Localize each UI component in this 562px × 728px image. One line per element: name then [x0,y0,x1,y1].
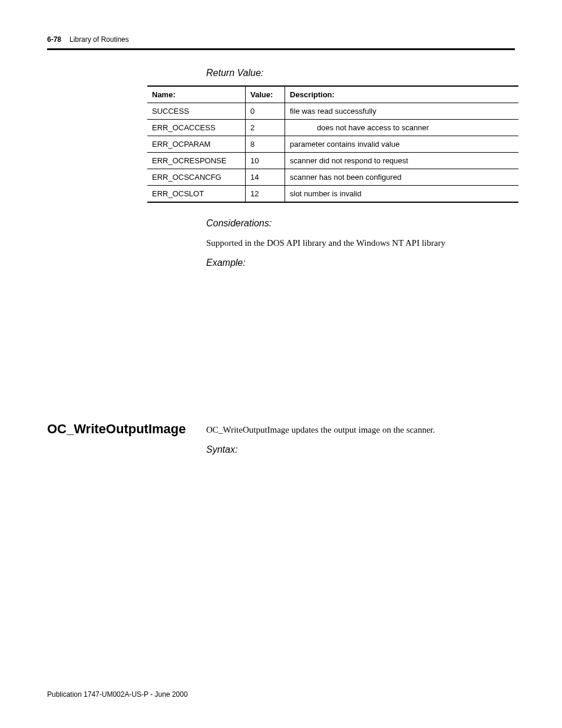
table-row: ERR_OCRESPONSE 10 scanner did not respon… [147,153,518,169]
cell-desc: scanner has not been configured [285,169,519,186]
table-row: ERR_OCSLOT 12 slot number is invalid [147,186,518,203]
section-body-text: OC_WriteOutputImage updates the output i… [206,424,515,436]
cell-desc: does not have access to scanner [285,120,519,136]
table-row: SUCCESS 0 file was read successfully [147,103,518,120]
table-row: ERR_OCPARAM 8 parameter contains invalid… [147,136,518,153]
cell-name: ERR_OCSLOT [147,186,246,203]
header-rule [47,48,515,50]
page-footer: Publication 1747-UM002A-US-P - June 2000 [47,690,188,699]
cell-name: ERR_OCACCESS [147,120,246,136]
considerations-heading: Considerations: [206,218,515,229]
cell-name: ERR_OCSCANCFG [147,169,246,186]
page-header: 6-78 Library of Routines [47,35,515,44]
cell-name: SUCCESS [147,103,246,120]
cell-desc: slot number is invalid [285,186,519,203]
return-value-table: Name: Value: Description: SUCCESS 0 file… [147,85,518,203]
return-value-heading: Return Value: [206,68,515,78]
col-header-desc: Description: [285,86,519,103]
syntax-heading: Syntax: [206,444,515,455]
cell-value: 0 [246,103,285,120]
cell-value: 2 [246,120,285,136]
table-row: ERR_OCACCESS 2 does not have access to s… [147,120,518,136]
cell-value: 10 [246,153,285,169]
cell-desc: parameter contains invalid value [285,136,519,153]
section-title: OC_WriteOutputImage [47,421,206,437]
table-row: ERR_OCSCANCFG 14 scanner has not been co… [147,169,518,186]
cell-desc: file was read successfully [285,103,519,120]
considerations-body: Supported in the DOS API library and the… [206,237,515,249]
example-heading: Example: [206,258,515,268]
cell-value: 12 [246,186,285,203]
col-header-value: Value: [246,86,285,103]
cell-value: 14 [246,169,285,186]
cell-name: ERR_OCPARAM [147,136,246,153]
table-header-row: Name: Value: Description: [147,86,518,103]
cell-value: 8 [246,136,285,153]
chapter-name: Library of Routines [70,35,129,44]
cell-name: ERR_OCRESPONSE [147,153,246,169]
col-header-name: Name: [147,86,246,103]
page-number: 6-78 [47,35,61,44]
cell-desc: scanner did not respond to request [285,153,519,169]
